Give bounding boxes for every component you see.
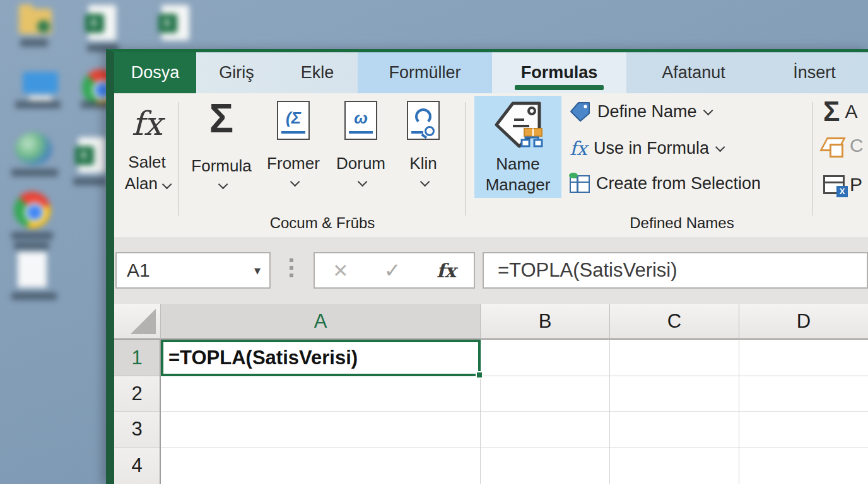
tab-formuller[interactable]: Formüller: [358, 52, 492, 93]
page-sigma-icon: (Σ: [277, 101, 310, 140]
row-label: 3: [131, 418, 142, 441]
tab-ekle[interactable]: Ekle: [277, 52, 358, 93]
formula-bar-input[interactable]: =TOPLA(SatisVerisi): [483, 252, 868, 289]
row-header-3[interactable]: 3: [114, 412, 161, 447]
insert-function-icon[interactable]: fx: [437, 260, 456, 282]
cell-c2[interactable]: [610, 376, 739, 412]
column-header-a[interactable]: A: [161, 304, 481, 340]
grid-icon: [570, 175, 590, 193]
row-header-2[interactable]: 2: [114, 376, 161, 412]
separator-dots: [290, 258, 293, 277]
cell-d4[interactable]: [739, 447, 868, 484]
excel-file-icon[interactable]: [161, 5, 189, 40]
row-label: 1: [131, 347, 142, 369]
cancel-icon[interactable]: ✕: [332, 260, 348, 282]
cell-b4[interactable]: [481, 447, 610, 484]
enter-icon[interactable]: ✓: [384, 258, 401, 282]
select-all-corner[interactable]: [114, 304, 161, 340]
tab-formulas-active[interactable]: Formulas: [492, 52, 626, 93]
fill-handle[interactable]: [476, 371, 483, 379]
name-tag-icon: [491, 98, 544, 151]
tab-insert[interactable]: İnsert: [761, 52, 868, 93]
tab-label: Formüller: [389, 63, 460, 83]
sigma-icon: Σ: [823, 96, 840, 127]
tab-label: Afatanut: [662, 63, 725, 83]
desktop-label: [73, 178, 106, 185]
cell-a3[interactable]: [161, 412, 481, 447]
cell-c4[interactable]: [610, 447, 739, 484]
icon-glyph: (Σ: [286, 108, 301, 128]
dropdown-arrow-icon[interactable]: ▾: [254, 263, 269, 278]
cell-a2[interactable]: [161, 376, 481, 412]
ribbon: fx Salet Alan Σ Formula (Σ Fromer ω: [114, 93, 868, 238]
insert-function-button[interactable]: fx Salet Alan: [115, 93, 179, 238]
fx-icon: fx: [115, 105, 179, 142]
spreadsheet-grid: A B C D 1 2 3 4 =TOPLA(SatisVerisi): [114, 304, 868, 484]
desktop-label: [11, 292, 57, 300]
tab-label: Ekle: [301, 63, 334, 83]
cell-a4[interactable]: [161, 447, 481, 484]
chevron-down-icon: [715, 142, 725, 153]
column-header-d[interactable]: D: [739, 304, 868, 340]
active-tab-underline: [515, 85, 604, 90]
document-icon[interactable]: [18, 252, 47, 287]
tab-dosya[interactable]: Dosya: [114, 52, 196, 93]
row-label: 2: [131, 383, 142, 405]
excel-window: Dosya Giriş Ekle Formüller Formulas Afat…: [106, 49, 868, 484]
icon-glyph: ω: [354, 108, 368, 128]
button-label: Dorum: [329, 153, 392, 174]
page-search-icon: [407, 101, 440, 140]
button-label-line2: Alan: [115, 173, 179, 194]
page-script-icon: ω: [344, 101, 377, 140]
sigma-icon: Σ: [190, 97, 253, 140]
button-label: Name: [474, 154, 561, 175]
chrome-icon[interactable]: [14, 192, 50, 228]
cell-b1[interactable]: [481, 340, 610, 376]
menu-item-label: Define Name: [597, 102, 697, 122]
use-in-formula-button[interactable]: fx Use in Formula: [570, 137, 722, 159]
button-label: Formula: [190, 155, 253, 176]
table-tool-button[interactable]: X P: [823, 174, 862, 195]
name-manager-button[interactable]: Name Manager: [474, 96, 561, 198]
globe-icon[interactable]: [15, 132, 52, 165]
clear-button[interactable]: C: [823, 135, 864, 156]
ribbon-group-label-cocum-frubs: Cocum & Frūbs: [190, 214, 455, 232]
button-label: Alan: [125, 174, 158, 193]
cell-d2[interactable]: [739, 376, 868, 412]
partial-label: C: [850, 135, 864, 156]
button-label: Manager: [474, 175, 561, 195]
excel-file-icon[interactable]: [78, 137, 106, 173]
tab-afatanut[interactable]: Afatanut: [626, 52, 761, 93]
column-label: B: [539, 310, 552, 333]
cell-b3[interactable]: [481, 412, 610, 447]
define-name-button[interactable]: Define Name: [570, 101, 710, 122]
tab-label: İnsert: [793, 63, 836, 83]
cell-d3[interactable]: [739, 412, 868, 447]
tab-giris[interactable]: Giriş: [196, 52, 277, 93]
cell-b2[interactable]: [481, 376, 610, 412]
desktop-label: [11, 232, 53, 239]
active-cell-a1[interactable]: =TOPLA(SatisVerisi): [161, 340, 481, 376]
column-label: C: [667, 310, 681, 333]
excel-file-icon[interactable]: [88, 5, 116, 40]
button-label: Salet: [115, 151, 179, 173]
folder-user-icon[interactable]: [19, 9, 52, 34]
desktop-label: [11, 169, 58, 176]
menu-item-label: Create from Selection: [596, 174, 761, 193]
create-from-selection-button[interactable]: Create from Selection: [570, 174, 761, 193]
cell-c3[interactable]: [610, 412, 739, 447]
partial-label: A: [845, 101, 857, 122]
cell-d1[interactable]: [739, 340, 868, 376]
row-header-1[interactable]: 1: [114, 340, 161, 376]
cell-c1[interactable]: [610, 340, 739, 376]
chevron-down-icon: [290, 177, 300, 187]
formula-bar-strip: A1 ▾ ✕ ✓ fx =TOPLA(SatisVerisi): [114, 238, 868, 304]
tab-label: Dosya: [131, 63, 180, 83]
autosum-button[interactable]: Σ A: [823, 96, 857, 127]
monitor-icon[interactable]: [23, 72, 58, 93]
column-header-c[interactable]: C: [610, 304, 739, 340]
column-header-b[interactable]: B: [481, 304, 610, 340]
row-header-4[interactable]: 4: [114, 447, 161, 484]
ribbon-divider: [465, 102, 466, 216]
name-box[interactable]: A1 ▾: [115, 252, 271, 289]
